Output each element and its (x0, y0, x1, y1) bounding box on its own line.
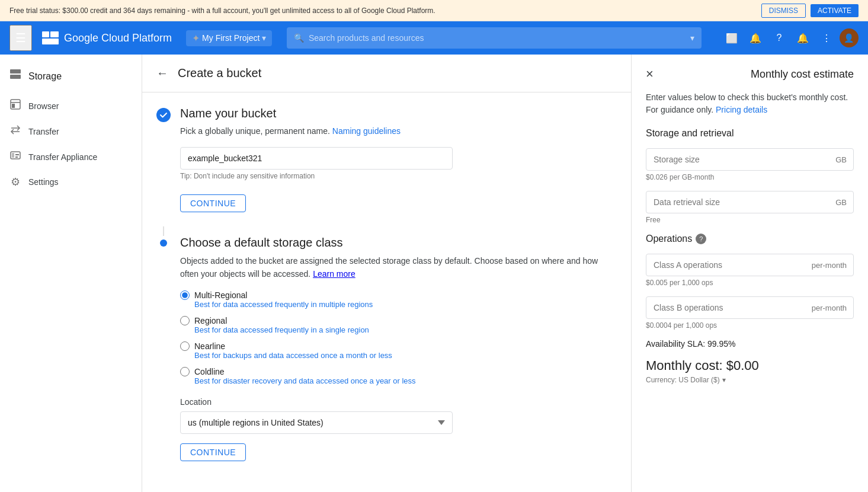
top-nav: ☰ Google Cloud Platform ✦ My First Proje… (0, 21, 868, 55)
alerts-icon[interactable]: 🔔 (792, 27, 813, 49)
radio-multi-regional-desc: Best for data accessed frequently in mul… (194, 300, 617, 309)
location-select-wrapper: us (multiple regions in United States) e… (180, 411, 453, 434)
radio-nearline: Nearline Best for backups and data acces… (180, 341, 617, 360)
user-avatar[interactable]: 👤 (840, 28, 859, 47)
bucket-input-hint: Tip: Don't include any sensitive informa… (180, 172, 617, 180)
notification-icon[interactable]: 🔔 (745, 27, 766, 49)
radio-coldline: Coldline Best for disaster recovery and … (180, 367, 617, 385)
radio-regional-text: Regional (194, 316, 227, 325)
availability-text: Availability SLA: 99.95% (646, 339, 854, 349)
svg-rect-2 (42, 39, 59, 44)
storage-retrieval-title: Storage and retrieval (646, 128, 854, 139)
storage-size-suffix: GB (835, 155, 847, 164)
transfer-icon (9, 124, 21, 138)
location-label: Location (180, 397, 617, 407)
radio-coldline-label[interactable]: Coldline (180, 367, 617, 376)
radio-nearline-input[interactable] (180, 341, 190, 351)
sidebar-item-settings[interactable]: ⚙ Settings (0, 170, 142, 194)
class-b-field: per-month $0.0004 per 1,000 ops (646, 296, 854, 330)
search-bar[interactable]: 🔍 ▾ (287, 27, 702, 49)
step2-dot-indicator (160, 239, 167, 247)
class-b-hint: $0.0004 per 1,000 ops (646, 321, 854, 330)
currency-dropdown-icon: ▾ (722, 376, 726, 384)
radio-multi-regional-label[interactable]: Multi-Regional (180, 290, 617, 300)
step1-complete-indicator (156, 108, 171, 122)
bucket-name-input[interactable] (180, 147, 453, 170)
radio-regional-label[interactable]: Regional (180, 316, 617, 325)
sidebar-item-settings-label: Settings (28, 177, 59, 187)
banner-actions: DISMISS ACTIVATE (761, 4, 859, 18)
learn-more-link[interactable]: Learn more (313, 269, 355, 279)
storage-size-input[interactable] (646, 148, 854, 171)
data-retrieval-input-wrapper: GB (646, 191, 854, 213)
currency-label: Currency: US Dollar ($) (646, 376, 720, 384)
search-input[interactable] (309, 33, 686, 43)
back-button[interactable]: ← (156, 66, 168, 80)
sidebar-item-browser-label: Browser (28, 101, 59, 111)
hamburger-icon[interactable]: ☰ (9, 25, 32, 51)
data-retrieval-input[interactable] (646, 191, 854, 213)
operations-help-icon[interactable]: ? (696, 234, 706, 244)
radio-coldline-text: Coldline (194, 367, 225, 376)
browser-icon (9, 99, 21, 113)
panel-description: Enter values below to check this bucket'… (646, 91, 854, 116)
svg-rect-11 (12, 153, 14, 158)
svg-rect-6 (11, 102, 20, 103)
transfer-appliance-icon (9, 150, 21, 164)
radio-regional-desc: Best for data accessed frequently in a s… (194, 325, 617, 334)
right-panel: × Monthly cost estimate Enter values bel… (631, 55, 868, 492)
location-select[interactable]: us (multiple regions in United States) e… (180, 411, 453, 434)
storage-icon (9, 69, 21, 84)
sidebar-item-transfer-appliance[interactable]: Transfer Appliance (0, 144, 142, 170)
pricing-details-link[interactable]: Pricing details (716, 105, 767, 114)
svg-rect-1 (50, 31, 59, 37)
operations-title: Operations (646, 234, 692, 244)
close-panel-button[interactable]: × (646, 66, 654, 82)
class-a-suffix: per-month (812, 261, 847, 270)
search-icon: 🔍 (294, 33, 304, 43)
right-panel-title: Monthly cost estimate (751, 68, 854, 81)
radio-nearline-text: Nearline (194, 341, 225, 351)
aspect-ratio-icon[interactable]: ⬜ (721, 27, 742, 49)
banner-text: Free trial status: $300.00 credit and 36… (9, 7, 435, 15)
step2-section: Choose a default storage class Objects a… (156, 236, 617, 461)
sidebar: Storage Browser Transfer (0, 55, 142, 492)
sidebar-item-transfer[interactable]: Transfer (0, 119, 142, 144)
naming-guidelines-link[interactable]: Naming guidelines (332, 126, 401, 136)
step2-subtitle-text: Objects added to the bucket are assigned… (180, 256, 598, 279)
search-dropdown-icon[interactable]: ▾ (690, 33, 694, 43)
currency-selector[interactable]: Currency: US Dollar ($) ▾ (646, 376, 854, 384)
monthly-cost: Monthly cost: $0.00 (646, 358, 854, 373)
form-title: Create a bucket (178, 66, 261, 80)
step1-header: Name your bucket Pick a globally unique,… (156, 107, 617, 212)
sidebar-item-transfer-label: Transfer (28, 127, 59, 136)
trial-banner: Free trial status: $300.00 credit and 36… (0, 0, 868, 21)
form-header: ← Create a bucket (142, 55, 631, 92)
activate-button[interactable]: ACTIVATE (811, 4, 859, 17)
radio-regional: Regional Best for data accessed frequent… (180, 316, 617, 334)
step1-subtitle: Pick a globally unique, permanent name. … (180, 125, 617, 138)
app-name-text: Google Cloud Platform (64, 32, 172, 44)
data-retrieval-hint: Free (646, 216, 854, 224)
help-icon[interactable]: ? (768, 27, 790, 49)
project-selector[interactable]: ✦ My First Project ▾ (186, 30, 272, 46)
svg-rect-3 (10, 69, 21, 74)
main-layout: Storage Browser Transfer (0, 55, 868, 492)
step1-continue-button[interactable]: CONTINUE (180, 194, 246, 212)
svg-rect-0 (42, 31, 49, 37)
svg-rect-12 (15, 154, 19, 155)
sidebar-header: Storage (0, 59, 142, 93)
step2-continue-button[interactable]: CONTINUE (180, 443, 246, 461)
class-a-input-wrapper: per-month (646, 254, 854, 276)
radio-multi-regional-input[interactable] (180, 290, 190, 300)
radio-nearline-label[interactable]: Nearline (180, 341, 617, 351)
right-panel-header: × Monthly cost estimate (646, 66, 854, 82)
step2-header: Choose a default storage class Objects a… (156, 236, 617, 461)
radio-coldline-input[interactable] (180, 367, 190, 376)
data-retrieval-suffix: GB (835, 198, 847, 207)
more-vert-icon[interactable]: ⋮ (816, 27, 837, 49)
sidebar-item-browser[interactable]: Browser (0, 93, 142, 119)
sidebar-item-transfer-appliance-label: Transfer Appliance (28, 152, 97, 162)
radio-regional-input[interactable] (180, 316, 190, 325)
dismiss-button[interactable]: DISMISS (761, 4, 806, 18)
